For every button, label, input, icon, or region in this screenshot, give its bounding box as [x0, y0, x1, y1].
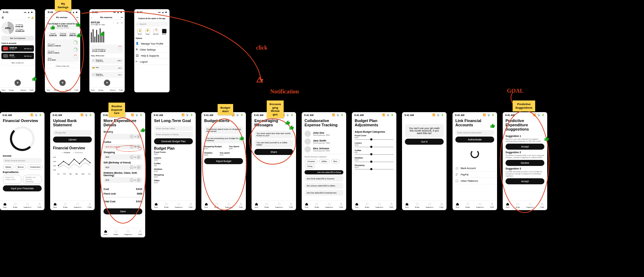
slider-shopping[interactable] [355, 169, 394, 169]
menu-icon[interactable]: ☰ [2, 16, 4, 19]
link-bank[interactable]: Bank Account [455, 165, 494, 172]
option-logout[interactable]: ⇤Logout [136, 59, 168, 65]
pill-investment[interactable]: Investment [28, 165, 43, 169]
status-bar: 9:41•••▲■ [0, 9, 35, 15]
gift-input[interactable]: €10−1+ [104, 165, 142, 170]
option-profile[interactable]: 👤Manage Your Profile [136, 41, 168, 47]
option-help[interactable]: 🎧Help & Supports [136, 53, 168, 59]
tile-account[interactable]: Account [162, 29, 167, 35]
transaction-row[interactable]: 🛒GroceriesOn Aldi €45,284-€350 > [91, 58, 123, 64]
share-button[interactable]: Share [254, 149, 293, 155]
income-input[interactable]: Enter income amount [3, 158, 42, 163]
search-icon: ⌕ [137, 23, 138, 25]
pill-variable[interactable]: Variable cost (Food & Shopping) [23, 175, 42, 184]
pill-fixed[interactable]: Fixed Cost (Utility costs) [3, 175, 22, 184]
add-fab[interactable]: + [104, 80, 110, 86]
add-fab[interactable]: + [14, 80, 21, 86]
svg-point-32 [517, 203, 519, 206]
person-row[interactable]: John DoeTotal Expenses: €500 [305, 131, 343, 137]
slider-coffee[interactable] [355, 154, 394, 155]
slider-hobbies[interactable] [355, 162, 394, 162]
thumb-icon [100, 31, 105, 38]
upload-button[interactable]: Upload [53, 137, 92, 143]
minus-button[interactable]: − [130, 135, 134, 138]
back-icon[interactable]: ‹ [91, 16, 92, 18]
tile-security[interactable]: 🔔Security [137, 29, 142, 35]
shopping-input[interactable]: €20−1+ [104, 154, 142, 160]
generate-plan-button[interactable]: Generate Budget Plan [154, 138, 193, 144]
chip-rent[interactable]: Rent [331, 159, 340, 163]
pill-salary[interactable]: Salary [3, 165, 14, 169]
encourage-message: You can treat yourself to a coffee today… [254, 140, 293, 148]
bottom-nav: Home Budget Suggestions Profile [0, 201, 45, 210]
svg-point-27 [416, 203, 419, 206]
slider-food[interactable] [355, 139, 394, 140]
got-it-button[interactable]: Got it! [405, 139, 444, 145]
tile-help[interactable]: ❓Help Center [153, 29, 159, 35]
loading-spinner [471, 150, 479, 158]
tile-savings[interactable]: 💰Savings [145, 29, 150, 35]
adjust-budget-button[interactable]: Adjust Budget [204, 158, 243, 164]
add-account-button[interactable]: Add a new Account [1, 60, 34, 65]
bell-icon[interactable]: 🔔 [31, 16, 34, 19]
svg-point-0 [14, 203, 17, 206]
account-card[interactable]: €0,00Your MoneyAdd Money› [1, 53, 34, 59]
transaction-row[interactable]: 🛒GroceriesOn Aldi €45,284-€20 > [91, 72, 123, 78]
screen-more-expenditure: 9:41 AM📶📡🔋 More Expenditure Details Groc… [101, 112, 145, 237]
accept-button-3[interactable]: Accept [506, 178, 544, 184]
add-fab[interactable]: + [59, 80, 66, 86]
thumb-icon [76, 33, 82, 40]
pill-bonus[interactable]: Bonus [15, 165, 26, 169]
nav-home[interactable]: Home [3, 202, 7, 208]
svg-point-20 [240, 203, 241, 204]
account-info-input[interactable]: Enter account information [455, 130, 494, 135]
svg-text:1.5K: 1.5K [53, 165, 56, 167]
person-row[interactable]: Alex JohnsonTotal Expenses: €400 [305, 146, 343, 152]
more-icon[interactable]: ••• [76, 16, 78, 18]
screen-explore: 9:41•••▲■ Explore all the option in the … [134, 9, 170, 92]
slider-luxury[interactable] [355, 147, 394, 147]
svg-text:2.0K: 2.0K [53, 161, 56, 162]
purpose-input[interactable]: Enter purpose of saving [154, 132, 193, 137]
transaction-row[interactable]: 💳Visa-€10 > [91, 65, 123, 70]
grocery-input[interactable]: −1+ [104, 134, 142, 139]
svg-point-13 [64, 203, 67, 206]
search-icon[interactable]: ⌕ [28, 16, 30, 19]
chip-groceries[interactable]: Groceries [305, 159, 318, 163]
person-row[interactable]: Jane SmithTotal Expenses: €300 [305, 138, 343, 145]
chip-dining[interactable]: Dining [305, 164, 315, 168]
thumb-icon [32, 76, 37, 83]
decline-button[interactable]: Decline [506, 160, 544, 166]
savings-target-input[interactable]: Enter savings target [154, 126, 193, 131]
file-input[interactable]: Choose file [53, 130, 92, 135]
coffee-input[interactable]: €10 (6 a week)−3+ [104, 144, 142, 150]
thumb-icon [490, 123, 496, 130]
chip-utilities[interactable]: Utilities [319, 159, 330, 163]
svg-point-23 [316, 203, 318, 206]
authenticate-button[interactable]: Authenticate [455, 137, 494, 143]
option-settings[interactable]: ⚙Other Settings [136, 47, 168, 53]
link-other[interactable]: Other Platforms [455, 178, 494, 184]
nav-budget[interactable]: Budget [13, 202, 18, 208]
link-paypal[interactable]: PayPal [455, 172, 494, 178]
progress-ring: 45% [1, 22, 14, 34]
accept-button-1[interactable]: Accept [506, 144, 544, 150]
alert-message: You cannot spend more on shopping this m… [204, 126, 243, 134]
screen-budget-alerts: 9:41 AM📶📡🔋 Budget Alerts You cannot spen… [201, 112, 246, 210]
more-icon[interactable]: ••• [121, 16, 123, 18]
plus-button[interactable]: + [137, 135, 140, 138]
change-rules-button[interactable]: Change savings rules [46, 64, 79, 68]
svg-point-12 [90, 162, 91, 163]
svg-point-28 [441, 203, 442, 204]
see-expenses-button[interactable]: See Your Expenses [1, 36, 34, 41]
account-card[interactable]: €3500,00Your MoneyAdd Money› [1, 45, 34, 52]
screen-collaborative: 9:41 AM📶📡🔋 Collaborative Expense Trackin… [302, 112, 346, 210]
svg-point-31 [491, 203, 492, 204]
screen-my-savings: 9:41•••▲■ ‹My savings••• Your Budget is … [45, 9, 80, 92]
save-button[interactable]: Save [104, 208, 142, 214]
hobbies-input[interactable]: €15−1+ [104, 177, 142, 183]
nav-suggestions[interactable]: Suggestions [24, 202, 31, 208]
input-financials-button[interactable]: Input your Financials [3, 185, 42, 191]
nav-profile[interactable]: Profile [37, 202, 41, 208]
back-icon[interactable]: ‹ [47, 16, 47, 18]
